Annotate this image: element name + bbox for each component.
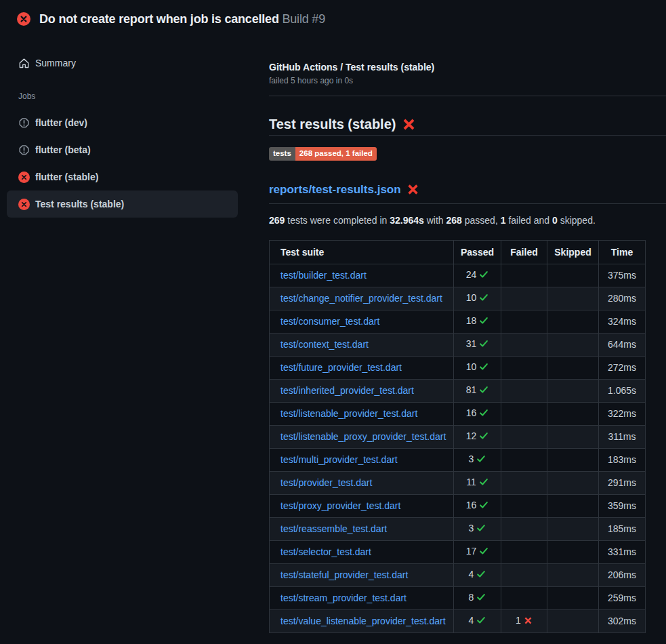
passed-cell: 4 [454,609,501,632]
failed-cell [501,333,547,356]
table-row: test/reassemble_test.dart3185ms [270,517,646,540]
passed-cell: 31 [454,333,501,356]
time-cell: 644ms [599,333,646,356]
skipped-cell [547,563,599,586]
check-icon [479,546,488,558]
time-cell: 272ms [599,356,646,379]
check-icon [476,569,486,581]
x-circle-icon [17,12,30,26]
table-row: test/proxy_provider_test.dart16359ms [270,494,646,517]
check-icon [476,454,486,466]
failed-cell [501,264,547,287]
col-header-failed: Failed [501,240,547,264]
check-icon [479,293,488,304]
check-icon [479,477,488,489]
suite-link[interactable]: test/multi_provider_test.dart [280,454,398,465]
time-cell: 291ms [599,471,646,494]
passed-cell: 16 [454,494,501,517]
passed-cell: 17 [454,540,501,563]
suite-link[interactable]: test/selector_test.dart [280,546,371,557]
time-cell: 280ms [599,287,646,310]
skipped-cell [547,287,599,310]
stop-icon [18,117,30,129]
table-row: test/listenable_proxy_provider_test.dart… [270,425,646,448]
sidebar-item-summary[interactable]: Summary [7,49,238,77]
badge-value: 268 passed, 1 failed [295,147,377,161]
table-row: test/provider_test.dart11291ms [270,471,646,494]
check-icon [479,431,488,443]
status-line: failed 5 hours ago in 0s [269,76,666,85]
report-link[interactable]: reports/test-results.json [269,183,401,197]
skipped-cell [547,264,599,287]
skipped-cell [547,379,599,402]
table-row: test/consumer_test.dart18324ms [270,310,646,333]
failed-cell [501,471,547,494]
summary-label: Summary [35,58,76,68]
time-cell: 183ms [599,448,646,471]
table-row: test/selector_test.dart17331ms [270,540,646,563]
build-number: Build #9 [283,12,325,26]
time-cell: 311ms [599,425,646,448]
failed-cell [501,540,547,563]
x-circle-icon [18,199,30,210]
tests-badge: tests 268 passed, 1 failed [269,147,377,161]
failed-cell [501,310,547,333]
table-row: test/stateful_provider_test.dart4206ms [270,563,646,586]
skipped-cell [547,333,599,356]
time-cell: 259ms [599,586,646,609]
suite-link[interactable]: test/reassemble_test.dart [280,523,387,534]
failed-cell [501,379,547,402]
suite-link[interactable]: test/stateful_provider_test.dart [280,569,408,580]
sidebar-job-flutter-stable-[interactable]: flutter (stable) [7,163,238,190]
sidebar-job-flutter-beta-[interactable]: flutter (beta) [7,136,238,163]
suite-link[interactable]: test/change_notifier_provider_test.dart [280,293,442,304]
skipped-cell [547,402,599,425]
suite-link[interactable]: test/proxy_provider_test.dart [280,500,400,511]
suite-link[interactable]: test/consumer_test.dart [280,316,379,327]
passed-cell: 16 [454,402,501,425]
table-header-row: Test suitePassedFailedSkippedTime [270,240,646,264]
check-icon [479,408,488,420]
check-icon [476,592,486,604]
check-icon [476,616,486,627]
table-row: test/change_notifier_provider_test.dart1… [270,287,646,310]
suite-link[interactable]: test/stream_provider_test.dart [280,592,407,603]
jobs-section-label: Jobs [18,92,269,101]
check-icon [479,339,488,350]
skipped-cell [547,471,599,494]
job-name: flutter (dev) [35,117,87,128]
passed-cell: 8 [454,586,501,609]
check-icon [476,523,486,535]
table-row: test/builder_test.dart24375ms [270,264,646,287]
suite-link[interactable]: test/future_provider_test.dart [280,362,402,373]
check-icon [479,500,488,512]
suite-link[interactable]: test/listenable_proxy_provider_test.dart [280,431,446,442]
suite-link[interactable]: test/context_test.dart [280,339,369,350]
passed-cell: 4 [454,563,501,586]
table-row: test/context_test.dart31644ms [270,333,646,356]
time-cell: 375ms [599,264,646,287]
passed-cell: 18 [454,310,501,333]
passed-cell: 81 [454,379,501,402]
table-row: test/multi_provider_test.dart3183ms [270,448,646,471]
divider [269,96,666,96]
table-row: test/future_provider_test.dart10272ms [270,356,646,379]
sidebar-job-test-results-stable-[interactable]: Test results (stable) [7,190,238,218]
suite-link[interactable]: test/value_listenable_provider_test.dart [280,616,446,626]
passed-cell: 24 [454,264,501,287]
suite-link[interactable]: test/provider_test.dart [280,477,372,488]
report-title: reports/test-results.json [269,183,666,204]
failed-cell [501,517,547,540]
failed-cell [501,494,547,517]
sidebar: Summary Jobs flutter (dev)flutter (beta)… [0,38,269,633]
summary-sentence: 269 tests were completed in 32.964s with… [269,215,666,226]
suite-link[interactable]: test/inherited_provider_test.dart [280,385,414,396]
skipped-cell [547,517,599,540]
table-row: test/stream_provider_test.dart8259ms [270,586,646,609]
suite-link[interactable]: test/listenable_provider_test.dart [280,408,417,419]
time-cell: 206ms [599,563,646,586]
suite-link[interactable]: test/builder_test.dart [280,270,367,281]
sidebar-job-flutter-dev-[interactable]: flutter (dev) [7,109,238,136]
breadcrumb: GitHub Actions / Test results (stable) [269,62,666,73]
skipped-cell [547,609,599,632]
